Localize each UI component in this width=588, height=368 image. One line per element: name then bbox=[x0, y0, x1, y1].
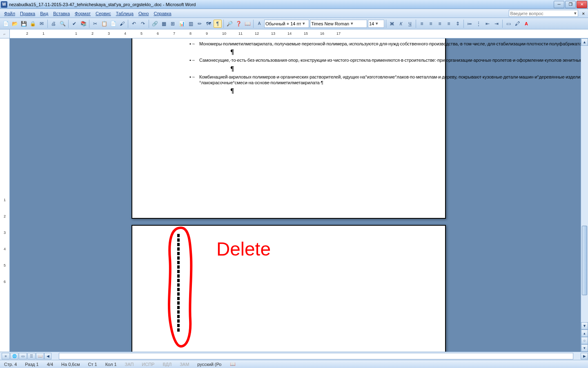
align-left-icon[interactable]: ≡ bbox=[418, 20, 426, 28]
reading-view-icon[interactable]: 📖 bbox=[36, 353, 44, 359]
prev-page-icon[interactable]: ▴ bbox=[581, 330, 588, 337]
vruler-mark: 6 bbox=[4, 280, 6, 284]
select-browse-icon[interactable]: ○ bbox=[581, 337, 588, 344]
menu-window[interactable]: Окно bbox=[136, 10, 151, 17]
scroll-down-icon[interactable]: ▼ bbox=[581, 322, 588, 330]
status-trk: ИСПР bbox=[140, 362, 156, 367]
insert-table-icon[interactable]: ⊞ bbox=[169, 20, 177, 28]
bullets-icon[interactable]: ⋮ bbox=[474, 20, 483, 28]
document-close-button[interactable]: × bbox=[581, 11, 586, 16]
embedded-object[interactable] bbox=[177, 234, 180, 334]
menu-format[interactable]: Формат bbox=[72, 10, 93, 17]
status-language[interactable]: русский (Ро bbox=[196, 362, 223, 367]
ruler-mark: 9 bbox=[206, 31, 208, 36]
vertical-ruler[interactable]: 1 2 3 4 5 6 bbox=[0, 38, 10, 352]
docmap-icon[interactable]: 🗺 bbox=[205, 20, 213, 28]
chevron-down-icon: ▾ bbox=[351, 21, 353, 26]
preview-icon[interactable]: 🔍 bbox=[58, 20, 67, 28]
status-position: На 0,6см bbox=[60, 362, 81, 367]
page-4[interactable]: Delete bbox=[131, 225, 446, 352]
menu-insert[interactable]: Вставка bbox=[51, 10, 72, 17]
permission-icon[interactable]: 🔒 bbox=[29, 20, 37, 28]
spellcheck-icon[interactable]: ✔ bbox=[70, 20, 78, 28]
ruler-mark: 17 bbox=[336, 31, 341, 36]
web-view-icon[interactable]: 🌐 bbox=[10, 353, 18, 359]
vruler-mark: 1 bbox=[4, 198, 6, 202]
help-icon[interactable]: ❓ bbox=[234, 20, 243, 28]
excel-icon[interactable]: 📊 bbox=[178, 20, 186, 28]
horizontal-ruler[interactable]: ⌐ 2 1 1 2 3 4 5 6 7 8 9 10 11 12 13 14 1… bbox=[0, 29, 588, 38]
columns-icon[interactable]: ▥ bbox=[187, 20, 195, 28]
italic-icon[interactable]: К bbox=[397, 20, 405, 28]
zoom-icon[interactable]: 🔎 bbox=[225, 20, 234, 28]
ruler-mark: 10 bbox=[222, 31, 226, 36]
minimize-button[interactable]: ─ bbox=[554, 1, 564, 8]
help-search-box[interactable]: Введите вопрос▾ bbox=[509, 10, 578, 17]
format-painter-icon[interactable]: 🖌 bbox=[118, 20, 126, 28]
print-layout-icon[interactable]: ▭ bbox=[19, 353, 27, 359]
drawing-icon[interactable]: ✏ bbox=[196, 20, 204, 28]
underline-icon[interactable]: Ч bbox=[406, 20, 414, 28]
scrollbar-thumb[interactable] bbox=[582, 226, 587, 295]
justify-icon[interactable]: ≡ bbox=[445, 20, 453, 28]
numbering-icon[interactable]: ≔ bbox=[466, 20, 474, 28]
bold-icon[interactable]: Ж bbox=[388, 20, 396, 28]
next-page-icon[interactable]: ▾ bbox=[581, 344, 588, 352]
ruler-mark: 8 bbox=[189, 31, 192, 36]
font-color-icon[interactable]: A bbox=[522, 20, 530, 28]
undo-icon[interactable]: ↶ bbox=[130, 20, 138, 28]
align-right-icon[interactable]: ≡ bbox=[436, 20, 444, 28]
scroll-up-icon[interactable]: ▲ bbox=[581, 38, 588, 46]
save-icon[interactable]: 💾 bbox=[20, 20, 28, 28]
menu-view[interactable]: Вид bbox=[38, 10, 51, 17]
line-spacing-icon[interactable]: ⇕ bbox=[454, 20, 462, 28]
page-3[interactable]: •→Мономеры·полиметилметакрилата,·получае… bbox=[131, 38, 446, 219]
maximize-button[interactable]: ❐ bbox=[565, 1, 576, 8]
increase-indent-icon[interactable]: ⇥ bbox=[492, 20, 501, 28]
bullet-text-1: Мономеры·полиметилметакрилата,·получаемы… bbox=[199, 41, 581, 47]
show-formatting-icon[interactable]: ¶ bbox=[214, 20, 222, 28]
mail-icon[interactable]: ✉ bbox=[38, 20, 46, 28]
cut-icon[interactable]: ✂ bbox=[91, 20, 99, 28]
borders-icon[interactable]: ▭ bbox=[504, 20, 512, 28]
hscroll-left-icon[interactable]: ◀ bbox=[44, 353, 51, 359]
print-icon[interactable]: 🖨 bbox=[49, 20, 58, 28]
style-combo[interactable]: Обычный + 14 пт▾ bbox=[264, 20, 309, 28]
align-center-icon[interactable]: ≡ bbox=[427, 20, 435, 28]
font-combo-value: Times New Roman bbox=[311, 21, 349, 26]
copy-icon[interactable]: 📋 bbox=[100, 20, 108, 28]
chevron-down-icon: ▾ bbox=[376, 21, 378, 26]
open-icon[interactable]: 📂 bbox=[11, 20, 19, 28]
paste-icon[interactable]: 📄 bbox=[109, 20, 117, 28]
ruler-mark: 1 bbox=[75, 31, 77, 36]
outline-view-icon[interactable]: ☰ bbox=[27, 353, 36, 359]
annotation-text: Delete bbox=[216, 238, 271, 260]
highlight-icon[interactable]: 🖍 bbox=[513, 20, 521, 28]
close-button[interactable]: ✕ bbox=[577, 1, 587, 8]
tables-borders-icon[interactable]: ▦ bbox=[160, 20, 168, 28]
ruler-mark: 6 bbox=[157, 31, 159, 36]
hscroll-track[interactable] bbox=[59, 353, 573, 359]
decrease-indent-icon[interactable]: ⇤ bbox=[483, 20, 492, 28]
hscroll-right-icon[interactable]: ▶ bbox=[581, 353, 588, 359]
status-book-icon[interactable]: 📖 bbox=[228, 361, 237, 367]
style-aa-icon[interactable]: A bbox=[255, 20, 263, 28]
normal-view-icon[interactable]: ≡ bbox=[2, 353, 10, 359]
paragraph-mark: ¶ bbox=[230, 64, 404, 73]
menu-help[interactable]: Справка bbox=[151, 10, 174, 17]
bullet-text-2: Самонесущие,·то·есть·без·использования·о… bbox=[199, 57, 581, 63]
menu-file[interactable]: Файл bbox=[2, 10, 18, 17]
new-doc-icon[interactable]: 📄 bbox=[2, 20, 10, 28]
vertical-scrollbar[interactable]: ▲ ▼ ▴ ○ ▾ bbox=[581, 38, 588, 352]
menu-service[interactable]: Сервис bbox=[93, 10, 114, 17]
document-area[interactable]: •→Мономеры·полиметилметакрилата,·получае… bbox=[10, 38, 581, 352]
font-combo[interactable]: Times New Roman▾ bbox=[310, 20, 367, 28]
research-icon[interactable]: 📚 bbox=[79, 20, 87, 28]
menu-edit[interactable]: Правка bbox=[18, 10, 38, 17]
menu-table[interactable]: Таблица bbox=[114, 10, 136, 17]
size-combo[interactable]: 14▾ bbox=[368, 20, 384, 28]
read-mode-icon[interactable]: 📖 bbox=[243, 20, 252, 28]
redo-icon[interactable]: ↷ bbox=[139, 20, 147, 28]
ruler-mark: 2 bbox=[91, 31, 94, 36]
hyperlink-icon[interactable]: 🔗 bbox=[151, 20, 159, 28]
